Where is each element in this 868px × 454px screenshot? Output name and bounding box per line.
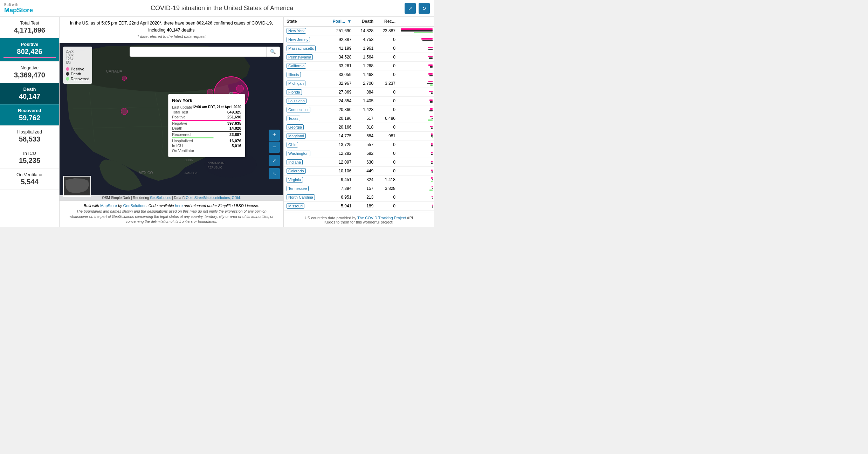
code-here-link[interactable]: here — [175, 204, 183, 208]
cell-state[interactable]: Michigan — [284, 79, 325, 88]
cell-state[interactable]: Pennsylvania — [284, 53, 325, 62]
state-link[interactable]: Washington — [287, 151, 310, 156]
cell-state[interactable]: New York — [284, 26, 325, 35]
mapstore-link[interactable]: MapStore — [100, 204, 117, 208]
zoom-in-button[interactable]: + — [269, 130, 280, 141]
cell-state[interactable]: Florida — [284, 88, 325, 97]
col-bars — [398, 17, 434, 26]
stat-total-test: Total Test 4,171,896 — [0, 17, 59, 38]
cell-positive: 12,282 — [325, 149, 354, 158]
bar-container — [401, 143, 433, 146]
osm-link[interactable]: OpenStreetMap contributors, ODbL — [186, 196, 241, 200]
ma-bubble[interactable] — [236, 85, 244, 92]
table-row[interactable]: Tennessee 7,394 157 3,828 — [284, 184, 434, 193]
cell-state[interactable]: Colorado — [284, 167, 325, 176]
state-link[interactable]: Massachusetts — [287, 46, 316, 51]
table-row[interactable]: North Carolina 6,951 213 0 — [284, 193, 434, 202]
geosolutions-link[interactable]: GeoSolutions — [150, 196, 171, 200]
state-link[interactable]: Virginia — [287, 177, 303, 183]
state-link[interactable]: Louisiana — [287, 98, 306, 104]
table-row[interactable]: New Jersey 92,387 4,753 0 — [284, 35, 434, 44]
cell-state[interactable]: Texas — [284, 114, 325, 123]
col-positive[interactable]: Posi... ▼ — [325, 17, 354, 26]
cell-state[interactable]: Missouri — [284, 202, 325, 211]
col-state[interactable]: State — [284, 17, 325, 26]
share-button[interactable]: ⤢ — [405, 3, 416, 14]
state-link[interactable]: Connecticut — [287, 107, 310, 112]
table-row[interactable]: Massachusetts 41,199 1,961 0 — [284, 44, 434, 53]
state-link[interactable]: Colorado — [287, 168, 306, 174]
cell-state[interactable]: New Jersey — [284, 35, 325, 44]
table-row[interactable]: New York 251,690 14,828 23,887 — [284, 26, 434, 35]
state-link[interactable]: Texas — [287, 116, 300, 121]
bar-recovered — [431, 181, 433, 182]
bar-death — [431, 145, 433, 146]
table-row[interactable]: Colorado 10,106 449 0 — [284, 167, 434, 176]
cell-bars — [398, 35, 434, 44]
state-link[interactable]: North Carolina — [287, 194, 315, 200]
map-area[interactable]: CANADA MEXICO BAHAMAS CUBA DOMINICAN REP… — [60, 43, 283, 200]
cell-state[interactable]: Massachusetts — [284, 44, 325, 53]
cell-state[interactable]: Connecticut — [284, 105, 325, 114]
expand-button[interactable]: ⤢ — [269, 155, 280, 166]
cell-state[interactable]: California — [284, 62, 325, 70]
refresh-button[interactable]: ↻ — [419, 3, 430, 14]
search-button[interactable]: 🔍 — [267, 47, 280, 57]
zoom-out-button[interactable]: − — [269, 142, 280, 153]
table-row[interactable]: Illinois 33,059 1,468 0 — [284, 70, 434, 79]
cell-state[interactable]: Louisiana — [284, 97, 325, 105]
table-row[interactable]: Connecticut 20,360 1,423 0 — [284, 105, 434, 114]
table-row[interactable]: Virginia 9,451 324 1,418 — [284, 176, 434, 184]
cell-state[interactable]: North Carolina — [284, 193, 325, 202]
cell-state[interactable]: Georgia — [284, 123, 325, 132]
state-link[interactable]: Florida — [287, 89, 302, 95]
col-death[interactable]: Death — [354, 17, 376, 26]
table-row[interactable]: Maryland 14,775 584 981 — [284, 132, 434, 140]
cell-state[interactable]: Washington — [284, 149, 325, 158]
table-row[interactable]: Missouri 5,941 189 0 — [284, 202, 434, 211]
data-table-container[interactable]: State Posi... ▼ Death Rec... — [284, 17, 434, 213]
table-row[interactable]: Ohio 13,725 557 0 — [284, 140, 434, 149]
cell-state[interactable]: Tennessee — [284, 184, 325, 193]
covid-tracking-link[interactable]: The COVID Tracking Project — [357, 216, 406, 220]
table-row[interactable]: Florida 27,869 884 0 — [284, 88, 434, 97]
search-input[interactable] — [130, 47, 267, 57]
state-link[interactable]: Missouri — [287, 203, 304, 209]
cell-state[interactable]: Virginia — [284, 176, 325, 184]
bar-container — [401, 170, 433, 173]
col-recovered[interactable]: Rec... — [376, 17, 398, 26]
state-link[interactable]: Illinois — [287, 72, 301, 77]
cell-recovered: 0 — [376, 140, 398, 149]
stat-total-test-label: Total Test — [4, 20, 56, 26]
state-link[interactable]: New York — [287, 28, 306, 34]
state-link[interactable]: New Jersey — [287, 37, 310, 42]
cell-state[interactable]: Illinois — [284, 70, 325, 79]
state-link[interactable]: Pennsylvania — [287, 54, 313, 60]
state-link[interactable]: Michigan — [287, 81, 305, 86]
state-link[interactable]: Indiana — [287, 159, 303, 165]
cell-state[interactable]: Maryland — [284, 132, 325, 140]
tooltip-death: Death 14,828 — [172, 126, 241, 130]
state-link[interactable]: California — [287, 63, 306, 69]
table-row[interactable]: Michigan 32,967 2,700 3,237 — [284, 79, 434, 88]
ca-bubble[interactable] — [121, 108, 128, 115]
wa-bubble[interactable] — [122, 76, 127, 81]
state-link[interactable]: Tennessee — [287, 186, 309, 191]
cell-state[interactable]: Ohio — [284, 140, 325, 149]
table-row[interactable]: Georgia 20,166 818 0 — [284, 123, 434, 132]
table-row[interactable]: California 33,261 1,268 0 — [284, 62, 434, 70]
table-row[interactable]: Texas 20,196 517 6,486 — [284, 114, 434, 123]
table-row[interactable]: Pennsylvania 34,528 1,564 0 — [284, 53, 434, 62]
stat-ventilator-label: On Ventilator — [4, 172, 56, 177]
state-link[interactable]: Maryland — [287, 133, 306, 139]
table-row[interactable]: Indiana 12,097 630 0 — [284, 158, 434, 167]
table-row[interactable]: Louisiana 24,854 1,405 0 — [284, 97, 434, 105]
collapse-button[interactable]: ⤡ — [269, 168, 280, 179]
geosolutions-footer-link[interactable]: GeoSolutions — [123, 204, 146, 208]
table-row[interactable]: Washington 12,282 682 0 — [284, 149, 434, 158]
tooltip-positive-value: 251,690 — [227, 115, 241, 119]
state-link[interactable]: Ohio — [287, 142, 298, 147]
cell-state[interactable]: Indiana — [284, 158, 325, 167]
state-link[interactable]: Georgia — [287, 124, 304, 130]
logo-built-text: Built with — [4, 3, 18, 7]
